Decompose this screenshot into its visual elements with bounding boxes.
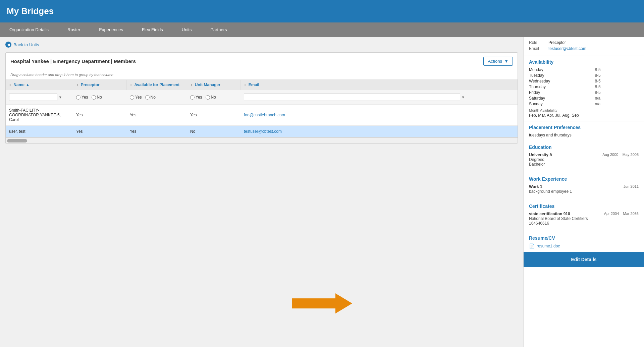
avail-hours: 8-5: [595, 79, 639, 83]
email-cell-link[interactable]: testuser@cbtest.com: [244, 129, 282, 134]
table-body: Smith-FACILITY-COORDINATOR.YANKEE-5, Car…: [6, 105, 518, 137]
col-available-label: Available for Placement: [134, 82, 179, 87]
col-header-available[interactable]: ↕ Available for Placement: [126, 80, 187, 90]
actions-button[interactable]: Actions ▼: [483, 57, 513, 66]
education-title: Education: [529, 144, 639, 150]
work-entry: Work 1 Jun 2011 background employee 1: [529, 184, 639, 194]
back-arrow-icon: ◀: [5, 42, 11, 48]
filter-preceptor-yes-radio[interactable]: [76, 95, 80, 100]
nav-experiences[interactable]: Experiences: [90, 22, 132, 37]
table-title: Hospital Yankee | Emergency Department |…: [10, 58, 136, 64]
nav-roster[interactable]: Roster: [58, 22, 90, 37]
email-row: Email testuser@cbtest.com: [529, 46, 639, 51]
nav-units[interactable]: Units: [172, 22, 201, 37]
sort-icon-prec: ↕: [76, 82, 78, 87]
filter-name-input[interactable]: [9, 94, 57, 101]
filter-email-cell: ▼: [240, 90, 518, 105]
header: My Bridges: [0, 0, 644, 22]
col-unit-label: Unit Manager: [195, 82, 220, 87]
cell-name: user, test: [6, 126, 73, 137]
avail-day: Thursday: [529, 84, 588, 89]
availability-grid: Monday8-5Tuesday8-5Wednesday8-5Thursday8…: [529, 67, 639, 106]
placement-title: Placement Preferences: [529, 125, 639, 130]
edu-sub2: Bachelor: [529, 162, 639, 167]
avail-day: Friday: [529, 90, 588, 95]
filter-funnel-name: ▼: [58, 95, 62, 99]
filter-available-yes-radio[interactable]: [130, 95, 134, 100]
filter-preceptor-no[interactable]: No: [92, 95, 102, 100]
resume-section: Resume/CV 📄 resume1.doc: [524, 232, 644, 252]
filter-available-cell: Yes No: [126, 90, 187, 105]
edu-name: University A: [529, 153, 552, 157]
app-title: My Bridges: [7, 6, 637, 16]
avail-day: Sunday: [529, 102, 588, 106]
email-link[interactable]: testuser@cbtest.com: [548, 46, 586, 51]
filter-unit-cell: Yes No: [187, 90, 240, 105]
cell-unit-manager: Yes: [187, 105, 240, 126]
table-header-bar: Hospital Yankee | Emergency Department |…: [6, 53, 518, 70]
filter-preceptor-no-radio[interactable]: [92, 95, 96, 100]
work-entries: Work 1 Jun 2011 background employee 1: [529, 184, 639, 194]
resume-link[interactable]: resume1.doc: [537, 244, 560, 248]
filter-email-input[interactable]: [244, 94, 460, 101]
back-to-units-link[interactable]: ◀ Back to Units: [5, 42, 518, 48]
avail-hours: 8-5: [595, 67, 639, 72]
filter-available-no-radio[interactable]: [145, 95, 150, 100]
cell-email: testuser@cbtest.com: [240, 126, 518, 137]
cert-entry: state certification 910 Apr 2004 – Mar 2…: [529, 212, 639, 226]
filter-unit-yes-radio[interactable]: [190, 95, 195, 100]
avail-day: Wednesday: [529, 79, 588, 83]
cell-preceptor: Yes: [73, 105, 126, 126]
filter-available-yes[interactable]: Yes: [130, 95, 142, 100]
avail-hours: n/a: [595, 102, 639, 106]
avail-hours: 8-5: [595, 90, 639, 95]
filter-unit-no-radio[interactable]: [206, 95, 210, 100]
edit-details-button[interactable]: Edit Details: [524, 252, 644, 267]
dropdown-icon: ▼: [504, 59, 508, 64]
avail-day: Monday: [529, 67, 588, 72]
right-panel-top: Role Preceptor Email testuser@cbtest.com: [524, 37, 644, 56]
filter-available-no[interactable]: No: [145, 95, 156, 100]
avail-hours: 8-5: [595, 84, 639, 89]
table-row[interactable]: Smith-FACILITY-COORDINATOR.YANKEE-5, Car…: [6, 105, 518, 126]
panel-bottom: Edit Details: [524, 252, 644, 267]
col-header-unit-manager[interactable]: ↕ Unit Manager: [187, 80, 240, 90]
sort-asc-icon: ▲: [25, 82, 30, 87]
drag-hint: Drag a column header and drop it here to…: [6, 70, 518, 80]
main-layout: ◀ Back to Units Hospital Yankee | Emerge…: [0, 37, 644, 347]
scroll-thumb[interactable]: [7, 139, 27, 142]
col-header-name[interactable]: ↕ Name ▲: [6, 80, 73, 90]
navbar: Organization Details Roster Experiences …: [0, 22, 644, 37]
month-avail-label: Month Availability: [529, 108, 639, 112]
edu-sub1: Degreeq: [529, 157, 639, 162]
availability-title: Availability: [529, 59, 639, 65]
avail-hours: n/a: [595, 96, 639, 101]
email-cell-link[interactable]: foo@castlebranch.com: [244, 113, 285, 117]
avail-day: Saturday: [529, 96, 588, 101]
filter-unit-yes[interactable]: Yes: [190, 95, 202, 100]
nav-org-details[interactable]: Organization Details: [0, 22, 58, 37]
cert-entries: state certification 910 Apr 2004 – Mar 2…: [529, 212, 639, 226]
filter-unit-no[interactable]: No: [206, 95, 216, 100]
education-entry: University A Aug 2000 – May 2005 Degreeq…: [529, 153, 639, 167]
education-section: Education University A Aug 2000 – May 20…: [524, 141, 644, 173]
left-content: ◀ Back to Units Hospital Yankee | Emerge…: [0, 37, 523, 347]
table-row[interactable]: user, testYesYesNotestuser@cbtest.com: [6, 126, 518, 137]
certificates-title: Certificates: [529, 204, 639, 209]
sort-icon-unit: ↕: [191, 82, 193, 87]
horizontal-scroll-area[interactable]: [6, 137, 518, 143]
nav-partners[interactable]: Partners: [201, 22, 236, 37]
availability-section: Availability Monday8-5Tuesday8-5Wednesda…: [524, 56, 644, 121]
role-label: Role: [529, 40, 546, 45]
col-header-email[interactable]: ↕ Email: [240, 80, 518, 90]
work-name: Work 1: [529, 184, 542, 189]
filter-preceptor-yes[interactable]: Yes: [76, 95, 88, 100]
filter-available-group: Yes No: [130, 95, 183, 100]
nav-flex-fields[interactable]: Flex Fields: [132, 22, 172, 37]
sort-icon-name: ↕: [9, 82, 11, 87]
filter-funnel-email: ▼: [461, 95, 465, 99]
col-header-preceptor[interactable]: ↕ Preceptor: [73, 80, 126, 90]
cert-date: Apr 2004 – Mar 2036: [604, 212, 639, 216]
filter-row: ▼ Yes No: [6, 90, 518, 105]
cell-available: Yes: [126, 105, 187, 126]
